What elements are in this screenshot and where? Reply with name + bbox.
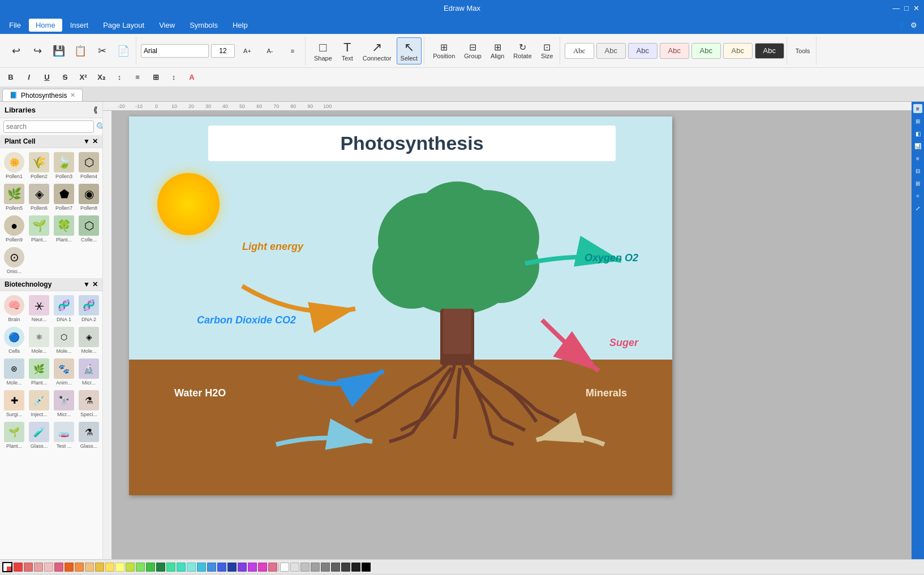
style-preset-6[interactable]: Abc <box>723 43 753 59</box>
color-swatch-lightgreen[interactable] <box>136 563 145 572</box>
account-icon[interactable]: 👤 <box>897 21 906 29</box>
style-preset-4[interactable]: Abc <box>660 43 689 59</box>
color-swatch-charcoal[interactable] <box>341 563 350 572</box>
window-controls[interactable]: — □ ✕ <box>892 4 919 12</box>
font-increase-button[interactable]: A+ <box>237 45 257 57</box>
menu-file[interactable]: File <box>2 19 28 32</box>
color-swatch-darkgreen[interactable] <box>156 563 165 572</box>
color-swatch-hotpink[interactable] <box>268 563 277 572</box>
color-swatch-gray[interactable] <box>311 563 320 572</box>
right-panel-btn-2[interactable]: ⊞ <box>913 116 922 126</box>
biotechnology-section-header[interactable]: Biotechnology ▼ ✕ <box>0 278 102 291</box>
menu-view[interactable]: View <box>152 19 182 32</box>
color-swatch-rose[interactable] <box>54 563 63 572</box>
tools-button[interactable]: Tools <box>792 45 814 57</box>
color-swatch-lightred[interactable] <box>24 563 33 572</box>
right-panel-btn-5[interactable]: ≡ <box>913 154 922 163</box>
list-item[interactable]: 🌿Plant... <box>27 357 51 387</box>
color-swatch-lime[interactable] <box>126 563 135 572</box>
list-item[interactable]: 🧬DNA 2 <box>77 293 101 324</box>
redo-button[interactable]: ↪ <box>27 42 48 60</box>
group-button[interactable]: ⊟ Group <box>460 39 485 62</box>
list-item[interactable]: ⚗Speci... <box>77 388 101 419</box>
list-item[interactable]: ●Pollen9 <box>2 214 26 244</box>
right-panel-btn-4[interactable]: 📊 <box>913 141 922 150</box>
menu-symbols[interactable]: Symbols <box>183 19 225 32</box>
diagram-tab[interactable]: 📘 Photosynthesis ✕ <box>2 89 83 101</box>
rotate-button[interactable]: ↻ Rotate <box>509 39 535 62</box>
biotech-close-icon[interactable]: ✕ <box>92 280 98 288</box>
color-swatch-pink[interactable] <box>34 563 43 572</box>
color-swatch-lightpink[interactable] <box>44 563 53 572</box>
menu-insert[interactable]: Insert <box>63 19 96 32</box>
biotech-expand-icon[interactable]: ▼ <box>83 280 90 288</box>
color-swatch-magenta[interactable] <box>258 563 267 572</box>
list-item[interactable]: ⬡Colle... <box>77 214 101 244</box>
color-swatch-skyblue[interactable] <box>197 563 206 572</box>
cut-button[interactable]: ✂ <box>92 42 112 60</box>
right-panel-btn-6[interactable]: ⊟ <box>913 166 922 175</box>
list-item[interactable]: ⬡Pollen4 <box>77 150 101 181</box>
list-item[interactable]: 🧪Glass... <box>27 420 51 451</box>
list-item[interactable]: ⬡Mole... <box>52 325 76 356</box>
color-swatch-black[interactable] <box>362 563 371 572</box>
subscript-button[interactable]: X₂ <box>94 71 109 84</box>
list-item[interactable]: 🌱Plant... <box>2 420 26 451</box>
color-swatch-mint[interactable] <box>166 563 175 572</box>
style-preset-1[interactable]: Abc <box>565 43 594 59</box>
font-size-input[interactable] <box>211 44 235 58</box>
position-button[interactable]: ⊞ Position <box>429 39 459 62</box>
align-button[interactable]: ⊞ Align <box>487 39 508 62</box>
style-preset-3[interactable]: Abc <box>628 43 657 59</box>
right-panel-btn-8[interactable]: ≈ <box>913 191 922 200</box>
color-swatch-lightgray[interactable] <box>290 563 299 572</box>
shape-tool-button[interactable]: □ Shape <box>310 37 336 64</box>
list-item[interactable]: ◉Pollen8 <box>77 182 101 213</box>
style-preset-5[interactable]: Abc <box>691 43 721 59</box>
panel-collapse-icon[interactable]: ⟪ <box>93 105 98 114</box>
underline-button[interactable]: U <box>40 71 54 84</box>
list-item[interactable]: 🧬DNA 1 <box>52 293 76 324</box>
color-swatch-gold[interactable] <box>95 563 104 572</box>
color-swatch-darkblue[interactable] <box>227 563 237 572</box>
font-name-input[interactable] <box>141 44 209 58</box>
list-item[interactable]: 🧫Test ... <box>52 420 76 451</box>
list-item[interactable]: 🌼Pollen1 <box>2 150 26 181</box>
color-swatch-medblue[interactable] <box>217 563 226 572</box>
list-item[interactable]: 🍃Pollen3 <box>52 150 76 181</box>
search-icon[interactable]: 🔍 <box>96 122 103 131</box>
connector-tool-button[interactable]: ↗ Connector <box>359 37 396 64</box>
right-panel-btn-9[interactable]: ⤢ <box>913 204 922 213</box>
minimize-button[interactable]: — <box>892 4 900 12</box>
list-item[interactable]: 🔵Cells <box>2 325 26 356</box>
list-item[interactable]: ⚹Neur... <box>27 293 51 324</box>
text-direction-button[interactable]: ↕ <box>112 71 127 84</box>
list-item[interactable]: ⊙Onio... <box>2 245 26 276</box>
list-item[interactable]: ◈Pollen6 <box>27 182 51 213</box>
color-swatch-blue[interactable] <box>207 563 216 572</box>
color-swatch-lightorange[interactable] <box>75 563 84 572</box>
color-swatch-nearblack[interactable] <box>351 563 360 572</box>
italic-button[interactable]: I <box>22 71 36 84</box>
close-button[interactable]: ✕ <box>913 4 919 12</box>
color-swatch-white[interactable] <box>280 563 289 572</box>
list-item[interactable]: 🔭Micr... <box>52 388 76 419</box>
color-swatch-darkgray[interactable] <box>331 563 340 572</box>
color-swatch-peach[interactable] <box>85 563 94 572</box>
menu-help[interactable]: Help <box>226 19 255 32</box>
style-preset-7[interactable]: Abc <box>755 43 784 59</box>
font-decrease-button[interactable]: A- <box>260 45 280 57</box>
text-align-button[interactable]: ≡ <box>282 45 303 57</box>
color-swatch-cyan[interactable] <box>187 563 196 572</box>
bullet-list-button[interactable]: ≡ <box>130 71 145 84</box>
color-swatch-violet[interactable] <box>248 563 257 572</box>
text-tool-button[interactable]: T Text <box>337 37 358 64</box>
list-item[interactable]: 🧠Brain <box>2 293 26 324</box>
settings-icon[interactable]: ⚙ <box>910 21 917 29</box>
list-item[interactable]: ✚Surgi... <box>2 388 26 419</box>
canvas-inner[interactable]: Photosynthesis <box>112 111 912 559</box>
list-item[interactable]: 🔬Micr... <box>77 357 101 387</box>
ordered-list-button[interactable]: ⊞ <box>148 71 163 84</box>
plant-cell-expand-icon[interactable]: ▼ <box>83 137 90 145</box>
list-item[interactable]: 💉Inject... <box>27 388 51 419</box>
